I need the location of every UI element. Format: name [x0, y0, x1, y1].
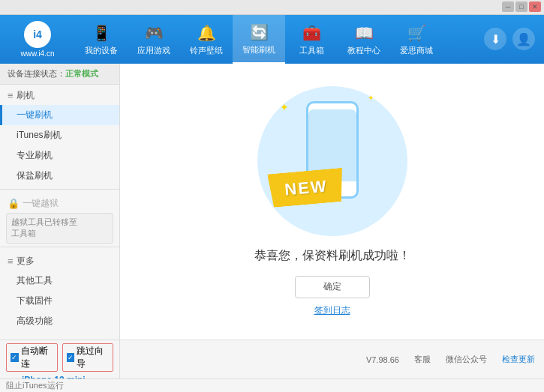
new-badge-text: NEW: [284, 176, 328, 199]
store-label: 爱思商城: [400, 45, 433, 56]
new-banner: NEW: [267, 168, 345, 208]
nav-right-actions: ⬇ 👤: [484, 15, 544, 64]
header: i4 www.i4.cn 📱 我的设备 🎮 应用游戏 🔔 铃声壁纸 🔄 智能刷机: [0, 15, 544, 64]
nav-store[interactable]: 🛒 爱思商城: [390, 15, 443, 64]
title-bar: ─ □ ✕: [0, 0, 544, 15]
flash-section-icon: ≡: [8, 90, 14, 101]
logo-icon: i4: [24, 21, 51, 48]
sidebar-divider-2: [0, 247, 119, 247]
store-icon: 🛒: [406, 22, 427, 43]
main-area: 设备连接状态：正常模式 ≡ 刷机 一键刷机 iTunes刷机 专业刷机 保盐刷机…: [0, 64, 544, 340]
sparkle-icon-1: ✦: [280, 101, 289, 113]
more-section-header: ≡ 更多: [0, 250, 119, 271]
nav-tutorials[interactable]: 📖 教程中心: [338, 15, 390, 64]
sparkle-icon-2: ✦: [368, 94, 374, 102]
nav-ringtones[interactable]: 🔔 铃声壁纸: [180, 15, 233, 64]
sidebar: 设备连接状态：正常模式 ≡ 刷机 一键刷机 iTunes刷机 专业刷机 保盐刷机…: [0, 64, 120, 340]
nav-toolbox[interactable]: 🧰 工具箱: [285, 15, 338, 64]
auto-connect-checkbox-wrapper[interactable]: ✓ 自动断连: [6, 343, 58, 372]
device-status: 设备连接状态：正常模式: [0, 64, 119, 85]
device-info-area: ✓ 自动断连 ✓ 跳过向导 📱 iPhone 12 mini 64GB Down…: [0, 340, 120, 379]
sidebar-item-one-key-flash[interactable]: 一键刷机: [0, 105, 119, 125]
customer-service-link[interactable]: 客服: [414, 354, 431, 365]
jailbreak-section-header: 🔒 一键越狱: [0, 193, 119, 213]
logo-subtitle: www.i4.cn: [20, 49, 54, 58]
checkbox-area: ✓ 自动断连 ✓ 跳过向导: [6, 343, 113, 372]
flash-section-header: ≡ 刷机: [0, 85, 119, 105]
lock-icon: 🔒: [8, 198, 20, 209]
phone-illustration: ✦ ✦ ✦ NEW: [257, 86, 407, 236]
sidebar-item-advanced[interactable]: 高级功能: [0, 311, 119, 331]
tutorials-icon: 📖: [353, 22, 374, 43]
status-right-area: V7.98.66 客服 微信公众号 检查更新: [120, 340, 544, 379]
skip-wizard-checkbox-wrapper[interactable]: ✓ 跳过向导: [62, 343, 114, 372]
auto-connect-checkbox[interactable]: ✓: [11, 353, 19, 362]
nav-smart-flash[interactable]: 🔄 智能刷机: [233, 15, 285, 64]
smart-flash-label: 智能刷机: [242, 44, 275, 55]
sidebar-item-pro-flash[interactable]: 专业刷机: [0, 145, 119, 166]
nav-apps[interactable]: 🎮 应用游戏: [128, 15, 180, 64]
content-area: ✦ ✦ ✦ NEW 恭喜您，保资料刷机成功啦！ 确定 签到日志: [120, 64, 544, 340]
apps-icon: 🎮: [143, 22, 164, 43]
wechat-link[interactable]: 微信公众号: [446, 354, 487, 365]
ringtones-label: 铃声壁纸: [190, 45, 223, 56]
sidebar-divider-1: [0, 189, 119, 190]
nav-my-device[interactable]: 📱 我的设备: [75, 15, 128, 64]
confirm-button[interactable]: 确定: [295, 276, 370, 298]
skip-wizard-checkbox[interactable]: ✓: [67, 353, 75, 362]
my-device-label: 我的设备: [85, 45, 118, 56]
toolbox-label: 工具箱: [299, 45, 324, 56]
tutorials-label: 教程中心: [347, 45, 380, 56]
apps-label: 应用游戏: [137, 45, 170, 56]
sidebar-item-other-tools[interactable]: 其他工具: [0, 271, 119, 291]
check-update-link[interactable]: 检查更新: [502, 354, 535, 365]
itunes-bar: 阻止iTunes运行: [0, 379, 544, 392]
itunes-label: 阻止iTunes运行: [6, 380, 64, 391]
toolbox-icon: 🧰: [301, 22, 322, 43]
download-button[interactable]: ⬇: [484, 28, 506, 50]
sidebar-item-save-flash[interactable]: 保盐刷机: [0, 166, 119, 186]
minimize-button[interactable]: ─: [502, 1, 514, 12]
bottom-status-area: ✓ 自动断连 ✓ 跳过向导 📱 iPhone 12 mini 64GB Down…: [0, 340, 544, 379]
sidebar-item-itunes-flash[interactable]: iTunes刷机: [0, 125, 119, 145]
more-section-icon: ≡: [8, 256, 14, 267]
smart-flash-icon: 🔄: [248, 22, 269, 43]
jailbreak-note: 越狱工具已转移至 工具箱: [6, 213, 113, 244]
maximize-button[interactable]: □: [515, 1, 527, 12]
daily-checkin-link[interactable]: 签到日志: [314, 304, 350, 317]
close-button[interactable]: ✕: [529, 1, 541, 12]
congrats-message: 恭喜您，保资料刷机成功啦！: [254, 248, 410, 264]
logo: i4 www.i4.cn: [0, 15, 75, 64]
version-label: V7.98.66: [366, 355, 399, 364]
my-device-icon: 📱: [91, 22, 112, 43]
ringtones-icon: 🔔: [196, 22, 217, 43]
nav-bar: 📱 我的设备 🎮 应用游戏 🔔 铃声壁纸 🔄 智能刷机 🧰 工具箱 📖: [75, 15, 484, 64]
sidebar-item-download-firmware[interactable]: 下载固件: [0, 291, 119, 311]
user-button[interactable]: 👤: [512, 28, 535, 50]
